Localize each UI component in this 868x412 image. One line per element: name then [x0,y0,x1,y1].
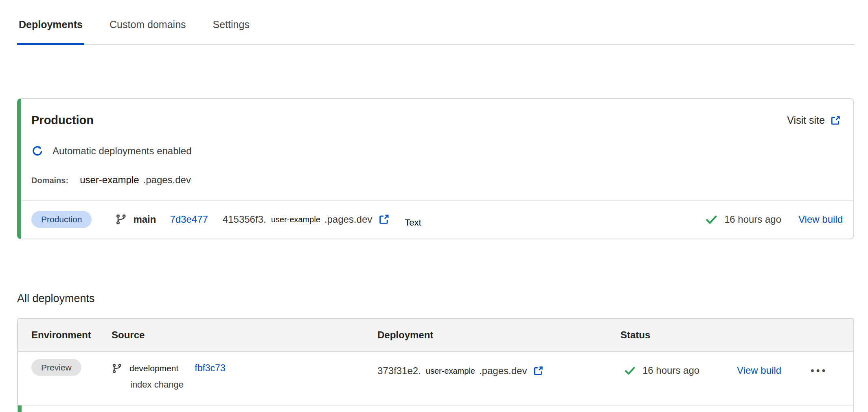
production-view-build-link[interactable]: View build [798,214,843,225]
preview-deploy-time: 16 hours ago [642,365,699,376]
check-icon [624,364,636,377]
deployments-table: Environment Source Deployment Status Pre… [17,318,854,412]
deployment-domain: user-example [426,366,475,376]
next-row-cutoff [18,405,853,412]
external-link-icon[interactable] [533,365,544,377]
production-domain-suffix: .pages.dev [143,174,191,186]
tab-settings[interactable]: Settings [211,17,251,44]
preview-branch-name: development [129,364,178,373]
production-card-title: Production [31,114,94,127]
column-header-deployment: Deployment [377,329,620,341]
row-menu-ellipsis-icon[interactable]: ••• [811,365,827,377]
tab-deployments[interactable]: Deployments [17,17,84,45]
deployment-domain: user-example [271,215,320,224]
visit-site-link[interactable]: Visit site [787,114,841,126]
environment-badge-production: Production [31,211,92,228]
deployment-subdomain: 373f31e2. [377,365,421,377]
page-tabs: Deployments Custom domains Settings [17,17,854,45]
git-branch-icon [115,214,127,225]
tab-custom-domains[interactable]: Custom domains [108,17,188,44]
deployment-subdomain: 415356f3. [223,214,266,225]
domains-label: Domains: [31,176,68,185]
preview-commit-link[interactable]: fbf3c73 [195,363,225,374]
git-branch-icon [112,363,122,374]
production-deployment-row: Production main 7d3e477 415356f3. user-e… [21,200,853,239]
production-card: Production Visit site Automa [17,98,854,239]
column-header-environment: Environment [18,329,112,341]
column-header-status: Status [620,329,853,341]
deployment-domain-suffix: .pages.dev [479,365,527,377]
external-link-icon [830,115,841,126]
deployment-domain-suffix: .pages.dev [324,214,372,225]
refresh-icon [31,145,44,157]
preview-view-build-link[interactable]: View build [737,365,781,376]
automatic-deployments-text: Automatic deployments enabled [53,145,192,157]
annotation-text: Text [405,217,421,228]
commit-message: index change [130,379,377,390]
column-header-source: Source [112,329,377,341]
production-domain: user-example [80,174,139,186]
check-icon [705,213,718,226]
production-branch-name: main [133,214,156,225]
all-deployments-heading: All deployments [17,292,868,305]
table-header-row: Environment Source Deployment Status [18,319,853,352]
visit-site-label: Visit site [787,114,825,126]
environment-badge-preview: Preview [31,359,81,376]
production-deploy-time: 16 hours ago [724,214,781,225]
production-commit-link[interactable]: 7d3e477 [170,214,208,225]
external-link-icon[interactable] [378,213,390,226]
table-row: Preview development fbf3c73 index change [18,352,853,405]
